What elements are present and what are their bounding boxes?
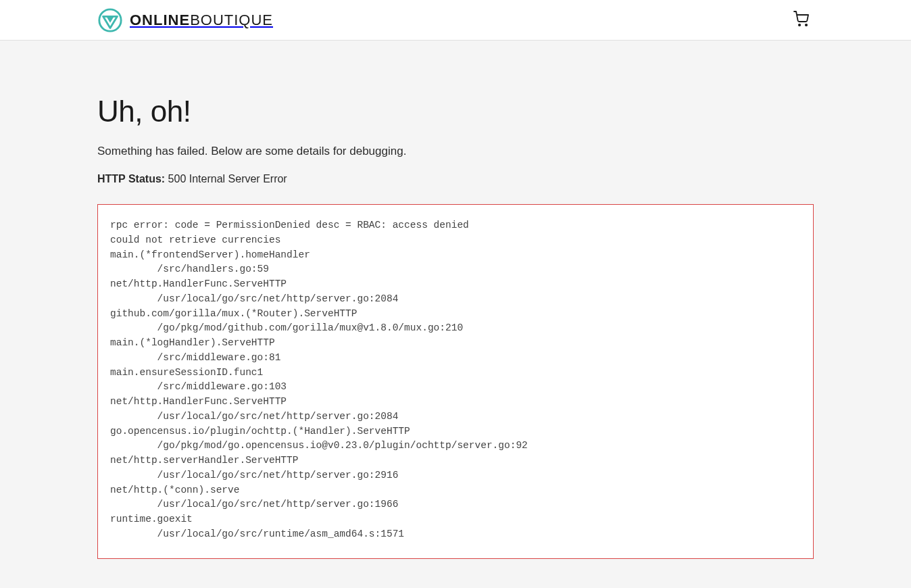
error-subtitle: Something has failed. Below are some det…	[97, 145, 814, 158]
svg-point-1	[799, 24, 800, 26]
cart-icon	[793, 11, 810, 27]
brand-light: BOUTIQUE	[190, 11, 273, 28]
brand-text: ONLINEBOUTIQUE	[130, 11, 273, 29]
http-status-value: 500 Internal Server Error	[168, 173, 287, 185]
header-inner: ONLINEBOUTIQUE	[84, 7, 827, 33]
brand-bold: ONLINE	[130, 11, 190, 28]
app-header: ONLINEBOUTIQUE	[0, 0, 911, 41]
error-stack-trace: rpc error: code = PermissionDenied desc …	[97, 204, 814, 559]
svg-point-2	[806, 24, 807, 26]
cart-button[interactable]	[789, 7, 814, 33]
error-container: Uh, oh! Something has failed. Below are …	[84, 95, 827, 559]
main-content: Uh, oh! Something has failed. Below are …	[0, 41, 911, 588]
error-title: Uh, oh!	[97, 95, 814, 128]
brand-link[interactable]: ONLINEBOUTIQUE	[97, 7, 273, 33]
brand-logo-icon	[97, 7, 123, 33]
http-status-line: HTTP Status: 500 Internal Server Error	[97, 173, 814, 185]
http-status-label: HTTP Status:	[97, 173, 165, 185]
